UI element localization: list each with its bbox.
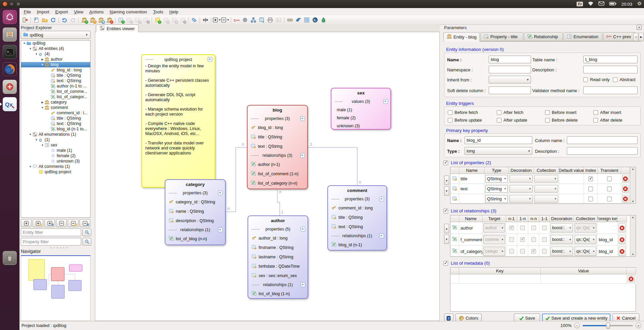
db-odbc-button[interactable] xyxy=(303,16,311,24)
pk-column-field[interactable] xyxy=(567,136,638,144)
tree-item-comment[interactable]: ▼comment xyxy=(21,105,90,110)
tree-item-list-of-comme-[interactable]: list_of_comme... xyxy=(21,89,90,94)
table-row[interactable]: titleQString▼▼▼ xyxy=(450,174,630,184)
table-scrollbar[interactable]: ▲▼ xyxy=(630,215,636,256)
collapse-icon[interactable] xyxy=(300,116,305,121)
cpp-preview-button[interactable]: C++ xyxy=(232,16,241,24)
undo-button[interactable] xyxy=(60,16,69,24)
menu-actions[interactable]: Actions xyxy=(86,9,107,15)
column-header[interactable]: Type xyxy=(485,167,509,174)
duplicate-entity-button[interactable]: ⧉ xyxy=(97,16,105,24)
relationship-move-up-button[interactable]: ▲ xyxy=(444,224,449,233)
read-only-checkbox[interactable]: Read only xyxy=(583,77,610,82)
collapse-icon[interactable] xyxy=(208,57,212,62)
tree-expander[interactable]: ▼ xyxy=(41,63,44,66)
entity-box-category[interactable]: categoryproperties (3)category_id : QStr… xyxy=(165,179,226,245)
tree-item-male-1-[interactable]: male (1) xyxy=(21,148,90,153)
table-row[interactable]: QString▼▼▼ xyxy=(450,194,630,204)
tree-expander[interactable]: ▼ xyxy=(41,106,44,109)
clock[interactable]: 20:03 xyxy=(621,2,632,7)
column-header[interactable]: Target xyxy=(483,215,506,222)
tree-expander[interactable]: ▼ xyxy=(35,53,38,56)
table-row[interactable] xyxy=(450,274,636,284)
delete-row-button[interactable] xyxy=(628,275,635,283)
cell-combo-edit[interactable]: QString▼ xyxy=(485,195,508,203)
entity-member[interactable]: blog_id (n-1) xyxy=(328,240,386,250)
cell-combo[interactable]: boost::▼ xyxy=(550,235,573,244)
db-postgresql-button[interactable] xyxy=(311,16,319,24)
column-header[interactable]: Decoration xyxy=(550,215,574,222)
trigger-checkbox-before-insert[interactable]: Before insert xyxy=(545,110,577,115)
entity-member[interactable]: firstname : QString xyxy=(248,243,308,252)
column-header[interactable] xyxy=(450,215,459,222)
tab-property-title[interactable]: Property - title xyxy=(480,32,523,41)
quit-button[interactable] xyxy=(21,16,29,24)
tree-item-text-qstring[interactable]: text : QString xyxy=(21,78,90,83)
project-selector-combo[interactable]: qxBlog ▼ xyxy=(21,31,91,39)
tree-expander[interactable]: ▼ xyxy=(29,47,32,50)
abstract-checkbox[interactable]: Abstract xyxy=(613,77,636,82)
tree-item-blog[interactable]: ▼blog xyxy=(21,62,90,67)
entity-member[interactable]: birthdate : QDateTime xyxy=(248,262,308,271)
column-header[interactable]: Key xyxy=(459,268,541,274)
add-property-button[interactable]: + xyxy=(117,16,125,24)
cell-combo[interactable]: ▼ xyxy=(509,175,533,183)
tree-item-qxblog[interactable]: ▼qxBlog xyxy=(21,41,90,46)
entity-member[interactable]: author_id : long xyxy=(248,234,308,243)
collapse-entities-button[interactable] xyxy=(68,219,78,227)
delete-row-button[interactable] xyxy=(619,223,626,232)
edit-entity-button[interactable]: ✎ xyxy=(89,16,97,24)
delete-entity-button[interactable]: × xyxy=(105,16,114,24)
menu-naming-convention[interactable]: Naming convention xyxy=(107,9,150,15)
cell-combo[interactable]: ▼ xyxy=(534,195,558,203)
entity-member[interactable]: sex : sex::enum_sex xyxy=(248,271,308,280)
enum-value[interactable]: unknown (3) xyxy=(331,122,390,130)
tree-expander[interactable]: ▶ xyxy=(41,58,44,61)
enum-value[interactable]: male (1) xyxy=(331,106,390,114)
export-ddl-button[interactable] xyxy=(258,16,266,24)
expand-entities-button[interactable] xyxy=(33,219,43,227)
tree-item-title-qstring[interactable]: title : QString xyxy=(21,116,90,121)
cell-checkbox[interactable] xyxy=(607,187,612,191)
tree-item-unknown-3-[interactable]: unknown (3) xyxy=(21,158,90,164)
new-project-button[interactable] xyxy=(32,16,41,24)
tree-expander[interactable]: ▼ xyxy=(22,42,26,45)
column-header[interactable]: Collection xyxy=(574,215,597,222)
entity-member[interactable]: name : QString xyxy=(165,207,225,216)
trigger-checkbox-before-fetch[interactable]: Before fetch xyxy=(448,110,478,115)
cell-combo[interactable]: ▼ xyxy=(509,195,533,203)
export-settings-button[interactable] xyxy=(241,16,249,24)
column-header[interactable]: Transient xyxy=(598,167,621,174)
collapse-all-button[interactable]: ▼ xyxy=(221,16,229,24)
delete-row-button[interactable] xyxy=(622,185,629,193)
zoom-slider-handle[interactable] xyxy=(606,323,610,329)
launcher-ubuntu-dash-icon[interactable] xyxy=(3,10,17,24)
collapse-all-button[interactable] xyxy=(56,219,67,227)
collapse-icon[interactable] xyxy=(301,282,305,287)
namespace-field[interactable] xyxy=(489,66,531,73)
pk-type-combo[interactable]: long▼ xyxy=(465,147,532,155)
property-filter-search-button[interactable] xyxy=(83,238,91,246)
description-field[interactable] xyxy=(583,66,638,73)
expand-properties-button[interactable] xyxy=(44,219,55,227)
entity-member[interactable]: text : QString xyxy=(248,142,307,151)
trigger-checkbox-after-insert[interactable]: After insert xyxy=(593,110,621,115)
table-row[interactable]: textQString▼▼▼ xyxy=(450,184,630,194)
column-header[interactable]: Collection xyxy=(534,167,559,174)
column-header[interactable]: Value xyxy=(541,268,627,274)
soft-delete-field[interactable] xyxy=(489,86,531,94)
tab-entity-blog[interactable]: Entity - blog xyxy=(443,32,480,42)
pk-name-field[interactable]: blog_id xyxy=(465,136,532,144)
cell-combo-edit[interactable]: QString▼ xyxy=(485,175,508,183)
tree-expander[interactable]: ▼ xyxy=(41,144,44,147)
tree-item-qxblog-project[interactable]: qxBlog project xyxy=(21,169,90,175)
entity-member[interactable]: title : QString xyxy=(328,213,386,222)
tab-scroll-left-button[interactable]: ◀ xyxy=(633,33,638,41)
list-of-metadata-checkbox[interactable] xyxy=(443,261,448,266)
tab-enumeration[interactable]: Enumeration xyxy=(564,32,602,41)
entity-box-sex[interactable]: sexvalues (3)male (1)female (2)unknown (… xyxy=(331,88,391,130)
column-header[interactable] xyxy=(450,167,459,174)
project-note[interactable]: qxBlog project- Design the entity model … xyxy=(141,54,215,188)
menu-file[interactable]: File xyxy=(21,9,34,15)
tree-expander[interactable]: ▶ xyxy=(41,101,44,104)
